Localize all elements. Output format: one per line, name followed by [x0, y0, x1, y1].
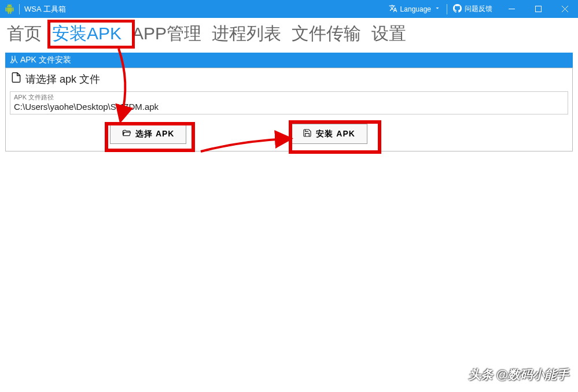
panel-title-text: 请选择 apk 文件: [25, 72, 100, 86]
titlebar: WSA 工具箱 Language 问题反馈: [0, 0, 578, 18]
tab-settings[interactable]: 设置: [368, 20, 410, 48]
install-apk-label: 安装 APK: [316, 129, 355, 139]
apk-path-value: C:\Users\yaohe\Desktop\SMZDM.apk: [10, 102, 568, 114]
feedback-link[interactable]: 问题反馈: [447, 0, 498, 18]
select-apk-label: 选择 APK: [135, 129, 174, 139]
folder-open-icon: [122, 128, 131, 139]
language-label: Language: [400, 5, 431, 13]
chevron-down-icon: [434, 5, 441, 13]
save-icon: [303, 128, 312, 139]
divider: [19, 4, 20, 14]
window-title: WSA 工具箱: [24, 4, 66, 14]
install-panel: 请选择 apk 文件 APK 文件路径 C:\Users\yaohe\Deskt…: [5, 68, 573, 151]
tab-process-list[interactable]: 进程列表: [208, 20, 285, 48]
minimize-button[interactable]: [498, 0, 525, 18]
watermark: 头条 @数码小能手: [469, 367, 569, 383]
file-icon: [10, 72, 22, 86]
close-button[interactable]: [551, 0, 578, 18]
apk-path-field[interactable]: APK 文件路径 C:\Users\yaohe\Desktop\SMZDM.ap…: [10, 91, 568, 114]
language-selector[interactable]: Language: [383, 0, 447, 18]
tab-home[interactable]: 首页: [3, 20, 45, 48]
github-icon: [453, 4, 462, 14]
select-apk-button[interactable]: 选择 APK: [110, 124, 186, 144]
svg-rect-0: [535, 6, 541, 12]
install-apk-button[interactable]: 安装 APK: [290, 124, 367, 144]
translate-icon: [389, 4, 397, 14]
panel-title: 请选择 apk 文件: [6, 68, 572, 90]
nav-tabs: 首页 安装APK APP管理 进程列表 文件传输 设置: [0, 18, 578, 49]
section-header: 从 APK 文件安装: [5, 53, 573, 68]
tab-file-transfer[interactable]: 文件传输: [288, 20, 365, 48]
maximize-button[interactable]: [525, 0, 551, 18]
tab-app-manage[interactable]: APP管理: [128, 20, 205, 48]
apk-path-label: APK 文件路径: [10, 92, 568, 102]
tab-install-apk[interactable]: 安装APK: [49, 20, 125, 48]
android-icon: [5, 4, 14, 14]
feedback-label: 问题反馈: [465, 4, 492, 14]
